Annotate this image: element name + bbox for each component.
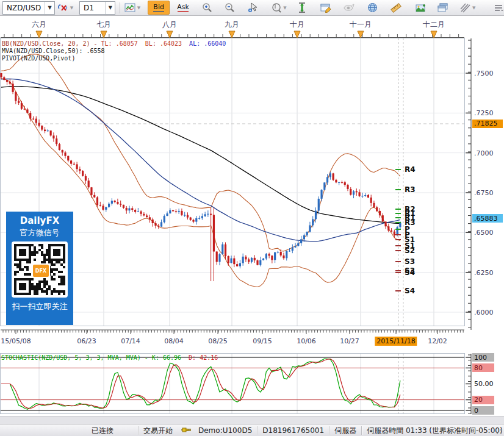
- stoch-level-badge: 80: [472, 363, 494, 372]
- date-axis-label: 12/02: [426, 337, 449, 346]
- price-axis-label: .6500: [474, 229, 494, 237]
- ask-button[interactable]: Ask: [172, 1, 194, 15]
- globe-icon[interactable]: [367, 1, 378, 15]
- mva-label: MVA(NZD/USD.Close,50): .6558: [2, 48, 226, 55]
- bb-average-value: AL: .66040: [189, 40, 226, 47]
- pivot-label: R4: [405, 165, 416, 174]
- ruler-icon[interactable]: [391, 1, 402, 15]
- stoch-level-badge: 100: [472, 353, 494, 362]
- bb-label: BB(NZD/USD.Close, 20, 2) -: [2, 40, 98, 47]
- stoch-level-badge: 0: [472, 406, 494, 415]
- terminal-id: D181961765001: [262, 426, 324, 435]
- unlink-dropdown-arrow[interactable]: ▼: [70, 5, 73, 10]
- pivot-label: R3: [405, 185, 416, 194]
- chart-type-icon[interactable]: [124, 1, 136, 15]
- connection-status: 已连接: [92, 426, 113, 436]
- month-axis-label: 九月: [225, 20, 239, 30]
- date-axis-label: 10/27: [338, 337, 361, 346]
- add-image-icon[interactable]: [415, 1, 427, 15]
- bb-bottom-value: BL: .64023: [145, 40, 182, 47]
- qr-footer: 扫一扫立即关注: [12, 301, 68, 312]
- symbol-select-value: NZD/USD: [3, 4, 45, 12]
- date-axis-label: 08/25: [206, 337, 229, 346]
- status-separator: [138, 426, 139, 435]
- zoom-area-dropdown-arrow[interactable]: ▼: [283, 5, 286, 10]
- plug-icon: [181, 426, 192, 435]
- date-axis-label: 08/04: [162, 337, 185, 346]
- zoom-out-icon[interactable]: [224, 1, 236, 15]
- price-axis-label: .6750: [474, 188, 494, 196]
- price-axis-label: .6250: [474, 268, 494, 276]
- price-mark-badge: .65883: [472, 214, 503, 223]
- chevron-down-icon[interactable]: ▼: [105, 2, 115, 14]
- chevron-down-icon[interactable]: ▼: [45, 2, 54, 14]
- bid-button-label: Bid: [153, 4, 164, 10]
- status-separator: [329, 426, 329, 435]
- date-axis-label: 15/05/08: [0, 337, 33, 346]
- price-axis-label: .7500: [474, 70, 494, 77]
- stoch-level-badge: 20: [472, 396, 494, 404]
- server-time: 伺服器時間 01:33 (世界标准时间-05:00): [367, 426, 503, 436]
- bid-underline: [153, 11, 164, 12]
- bb-top-value: TL: .68057: [101, 40, 138, 47]
- stochastic-header: STOCHASTIC(NZD/USD, 5, 3, 3, MVA, MVA) -…: [1, 354, 218, 361]
- stochastic-d-value: D: 42.16: [189, 354, 218, 361]
- pointer-tool-icon[interactable]: [247, 1, 259, 15]
- month-axis-label: 十二月: [423, 20, 445, 30]
- ask-button-label: Ask: [177, 4, 189, 10]
- stochastic-plot-frame: [0, 353, 465, 414]
- month-axis-label: 六月: [32, 20, 46, 30]
- zoom-area-icon[interactable]: [271, 1, 283, 15]
- toolbar-separator: [120, 2, 120, 13]
- fibonacci-lines-icon[interactable]: [460, 1, 472, 15]
- fibonacci-dropdown-arrow[interactable]: ▼: [472, 5, 475, 10]
- session-status: 交易开始: [143, 426, 173, 436]
- date-axis-label: 09/15: [251, 337, 274, 346]
- visibility-icon[interactable]: [344, 1, 355, 15]
- date-axis-label: 10/06: [295, 337, 318, 346]
- window-resize-grip[interactable]: [495, 428, 503, 435]
- bid-button[interactable]: Bid: [148, 1, 170, 15]
- status-separator: [257, 426, 257, 435]
- dfx-logo: DFX: [32, 263, 50, 278]
- chart-toolbar: NZD/USD ▼ ▼ D1 ▼ ▼ Bid Ask: [0, 0, 504, 16]
- annotation-icon[interactable]: [320, 1, 331, 15]
- status-bar: 已连接 交易开始 Demo:U100D5 D181961765001 伺服器 伺…: [0, 424, 504, 436]
- chart-menu-icon[interactable]: [493, 1, 504, 15]
- stochastic-k-value: K: 66.96: [152, 354, 181, 361]
- stochastic-label: STOCHASTIC(NZD/USD, 5, 3, 3, MVA, MVA) -: [1, 354, 148, 361]
- pivot-label: S2: [405, 246, 415, 255]
- stoch-level-badge: 50.00: [472, 380, 494, 388]
- price-axis-label: .7250: [474, 109, 494, 117]
- price-axis-label: .7000: [474, 149, 494, 157]
- month-axis-label: 八月: [162, 20, 177, 30]
- price-mark-badge: .71825: [472, 120, 503, 128]
- unlink-icon[interactable]: [57, 1, 69, 15]
- date-axis-label: 07/14: [119, 337, 142, 346]
- symbol-select[interactable]: NZD/USD ▼: [2, 1, 55, 15]
- pivot-indicator-label: PIVOT(NZD/USD,Pivot): [2, 55, 226, 62]
- month-axis-label: 十一月: [350, 20, 372, 30]
- qr-code: DFX: [12, 241, 68, 298]
- pivot-label: S4: [405, 287, 415, 295]
- qr-title: DailyFX: [20, 215, 59, 226]
- vertical-scale-icon[interactable]: [297, 1, 308, 15]
- ask-underline: [178, 11, 189, 12]
- month-axis-label: 十月: [290, 20, 304, 30]
- cascade-windows-icon[interactable]: [437, 1, 449, 15]
- date-axis-label: 06/23: [75, 337, 98, 346]
- dailyfx-qr-widget: DailyFX 官方微信号 DFX 扫一扫立即关注: [6, 212, 73, 325]
- server-label: 伺服器: [334, 426, 356, 436]
- timeframe-select-value: D1: [80, 4, 105, 12]
- timeframe-select[interactable]: D1 ▼: [79, 1, 115, 15]
- account-id: Demo:U100D5: [198, 426, 252, 435]
- zoom-in-icon[interactable]: [201, 1, 213, 15]
- chart-type-dropdown-arrow[interactable]: ▼: [137, 5, 140, 10]
- pivot-label: S4: [405, 268, 415, 277]
- price-axis-label: .6000: [474, 308, 494, 316]
- status-separator: [361, 426, 362, 435]
- pivot-label: S3: [405, 257, 415, 266]
- trading-station-window: NZD/USD ▼ ▼ D1 ▼ ▼ Bid Ask: [0, 0, 504, 436]
- panel-resize-handle[interactable]: [0, 416, 504, 424]
- indicator-header: BB(NZD/USD.Close, 20, 2) - TL: .68057 BL…: [2, 40, 226, 62]
